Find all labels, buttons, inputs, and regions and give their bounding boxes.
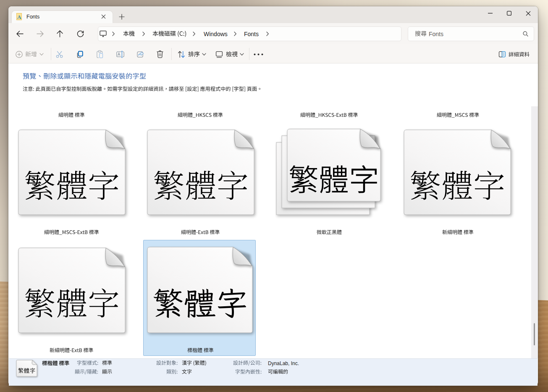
svg-text:A: A bbox=[17, 14, 21, 20]
